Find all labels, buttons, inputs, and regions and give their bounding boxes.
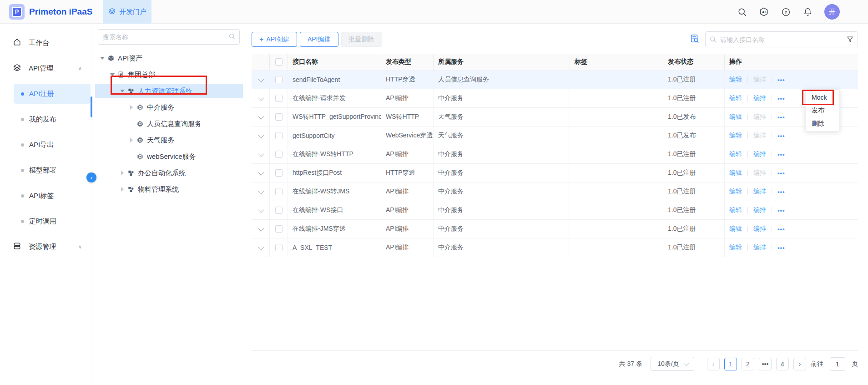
chevron-down-icon[interactable]: [258, 113, 264, 119]
sidebar-group-api-management[interactable]: API管理 ∧: [0, 58, 92, 78]
tree-node[interactable]: webService服务: [95, 149, 243, 164]
more-actions-button[interactable]: •••: [777, 207, 785, 214]
edit-link[interactable]: 编辑: [729, 206, 742, 214]
orchestrate-link[interactable]: 编排: [753, 132, 766, 140]
tree-node[interactable]: 人员信息查询服务: [95, 117, 243, 131]
search-icon[interactable]: [737, 7, 747, 17]
table-row[interactable]: getSupportCity WebService穿透 天气服务 1.0已发布 …: [252, 127, 858, 145]
tree-node[interactable]: 物料管理系统: [95, 182, 243, 197]
row-checkbox[interactable]: [275, 244, 283, 251]
chevron-down-icon[interactable]: [258, 95, 264, 101]
sidebar-item-api-export[interactable]: API导出: [14, 135, 91, 155]
api-doc-search-icon[interactable]: [690, 34, 700, 46]
chevron-down-icon[interactable]: [258, 132, 264, 138]
chevron-down-icon[interactable]: [258, 169, 264, 175]
tree-expander-icon[interactable]: [119, 186, 126, 192]
orchestrate-link[interactable]: 编排: [753, 113, 766, 121]
chevron-down-icon[interactable]: [258, 225, 264, 231]
tree-node[interactable]: 办公自动化系统: [95, 166, 243, 180]
edit-link[interactable]: 编辑: [729, 187, 742, 196]
sidebar-group-resource-management[interactable]: 资源管理 ∨: [0, 237, 92, 257]
next-page-button[interactable]: ›: [793, 358, 806, 370]
row-checkbox[interactable]: [275, 151, 283, 158]
tree-expander-icon[interactable]: [119, 88, 126, 94]
row-checkbox[interactable]: [275, 188, 283, 195]
table-row[interactable]: 在线编排-WS转JMS API编排 中介服务 1.0已注册 编辑 编排 •••: [252, 182, 858, 201]
page-ellipsis-button[interactable]: •••: [759, 358, 772, 370]
more-actions-button[interactable]: •••: [777, 132, 785, 139]
orchestrate-link[interactable]: 编排: [753, 76, 766, 84]
tree-node[interactable]: 集团总部: [95, 67, 243, 82]
chevron-down-icon[interactable]: [258, 244, 264, 250]
batch-delete-button[interactable]: 批量删除: [341, 32, 382, 47]
edit-link[interactable]: 编辑: [729, 243, 742, 252]
page-button-4[interactable]: 4: [776, 358, 789, 370]
more-actions-button[interactable]: •••: [777, 244, 785, 251]
tree-expander-icon[interactable]: [128, 137, 135, 143]
page-button-2[interactable]: 2: [742, 358, 754, 370]
orchestrate-link[interactable]: 编排: [753, 94, 766, 102]
tree-expander-icon[interactable]: [109, 71, 116, 78]
help-icon[interactable]: ?: [781, 7, 791, 17]
tree-node[interactable]: 天气服务: [95, 133, 243, 147]
chevron-down-icon[interactable]: [258, 76, 264, 82]
orchestrate-link[interactable]: 编排: [753, 169, 766, 177]
row-checkbox[interactable]: [275, 132, 283, 139]
edit-link[interactable]: 编辑: [729, 225, 742, 233]
prev-page-button[interactable]: ‹: [707, 358, 720, 370]
table-row[interactable]: httpRest接口Post HTTP穿透 中介服务 1.0已注册 编辑 编排 …: [252, 164, 858, 182]
edit-link[interactable]: 编辑: [729, 132, 742, 140]
edit-link[interactable]: 编辑: [729, 76, 742, 84]
orchestrate-link[interactable]: 编排: [753, 225, 766, 233]
chevron-down-icon[interactable]: [258, 207, 264, 213]
table-row[interactable]: sendFileToAgent HTTP穿透 人员信息查询服务 1.0已注册 编…: [252, 71, 858, 89]
table-row[interactable]: 在线编排-WS接口 API编排 中介服务 1.0已注册 编辑 编排 •••: [252, 201, 858, 220]
edit-link[interactable]: 编辑: [729, 113, 742, 121]
api-search-input[interactable]: [705, 31, 858, 47]
menu-item-publish[interactable]: 发布: [806, 104, 839, 117]
sidebar-item-api-register[interactable]: API注册: [14, 84, 91, 104]
more-actions-button[interactable]: •••: [777, 226, 785, 233]
ai-assistant-icon[interactable]: AI: [759, 7, 769, 17]
tab-dev-portal[interactable]: 开发门户: [103, 0, 151, 24]
tree-expander-icon[interactable]: [99, 55, 106, 61]
menu-item-delete[interactable]: 删除: [806, 117, 839, 130]
tree-expander-icon[interactable]: [119, 170, 126, 176]
more-actions-button[interactable]: •••: [777, 151, 785, 158]
tree-node[interactable]: 人力资源管理系统: [95, 84, 243, 98]
tree-node[interactable]: 中介服务: [95, 100, 243, 115]
orchestrate-link[interactable]: 编排: [753, 243, 766, 252]
more-actions-button[interactable]: •••: [777, 114, 785, 121]
sidebar-item-my-publish[interactable]: 我的发布: [14, 109, 91, 129]
user-avatar[interactable]: 开: [824, 4, 840, 20]
table-row[interactable]: WS转HTTP_getSupportProvince WS转HTTP 天气服务 …: [252, 108, 858, 127]
chevron-down-icon[interactable]: [258, 188, 264, 194]
sidebar-item-scheduled-call[interactable]: 定时调用: [14, 211, 91, 231]
api-create-button[interactable]: + API创建: [252, 32, 297, 47]
sidebar-item-api-tags[interactable]: API标签: [14, 186, 91, 206]
more-actions-button[interactable]: •••: [777, 76, 785, 83]
edit-link[interactable]: 编辑: [729, 169, 742, 177]
table-row[interactable]: A_SXL_TEST API编排 中介服务 1.0已注册 编辑 编排 •••: [252, 238, 858, 257]
panel-collapse-button[interactable]: ‹: [86, 172, 96, 182]
row-checkbox[interactable]: [275, 207, 283, 214]
api-orchestrate-button[interactable]: API编排: [300, 32, 338, 47]
notification-bell-icon[interactable]: [802, 7, 812, 17]
page-button-1[interactable]: 1: [724, 358, 737, 370]
row-checkbox[interactable]: [275, 95, 283, 102]
row-checkbox[interactable]: [275, 225, 283, 233]
more-actions-button[interactable]: •••: [777, 188, 785, 195]
edit-link[interactable]: 编辑: [729, 150, 742, 158]
sidebar-item-workbench[interactable]: 工作台: [0, 33, 92, 53]
tree-expander-icon[interactable]: [128, 104, 135, 111]
tree-search-input[interactable]: [98, 29, 240, 45]
row-checkbox[interactable]: [275, 169, 283, 177]
select-all-checkbox[interactable]: [275, 58, 283, 66]
row-checkbox[interactable]: [275, 76, 283, 83]
filter-funnel-icon[interactable]: [846, 35, 854, 45]
edit-link[interactable]: 编辑: [729, 94, 742, 102]
more-actions-button[interactable]: •••: [777, 95, 785, 102]
table-row[interactable]: 在线编排-JMS穿透 API编排 中介服务 1.0已注册 编辑 编排 •••: [252, 220, 858, 238]
orchestrate-link[interactable]: 编排: [753, 206, 766, 214]
tree-expander-icon[interactable]: [128, 153, 135, 160]
